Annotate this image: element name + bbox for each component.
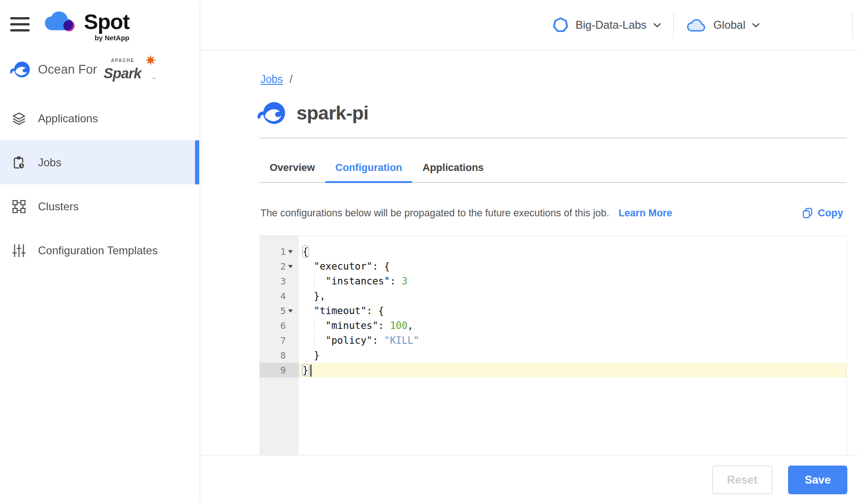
sidebar-item-configuration-templates[interactable]: Configuration Templates [0,228,199,272]
sidebar-item-applications[interactable]: Applications [0,96,199,140]
code-segment: { [302,246,309,258]
spot-logo: Spot by NetApp [44,10,129,42]
code-line[interactable]: "timeout": { [299,303,846,318]
indent-guide [314,334,315,347]
indent-guide [314,319,315,332]
chevron-down-icon [653,23,661,28]
title-divider [259,138,847,139]
spark-wordmark: Spark [104,65,141,82]
fold-placeholder [286,333,295,348]
line-number: 6 [280,320,286,331]
fold-placeholder [286,363,295,378]
gutter-line: 9 [260,363,299,378]
sidebar-item-label: Clusters [38,200,79,213]
header-divider [673,12,674,38]
spot-cloud-icon [44,10,77,32]
reset-button[interactable]: Reset [712,466,772,494]
sidebar-item-label: Jobs [38,156,62,169]
learn-more-link[interactable]: Learn More [618,208,672,219]
tab-configuration[interactable]: Configuration [325,154,412,182]
tab-applications[interactable]: Applications [412,154,494,182]
spark-trademark: ™ [152,77,156,81]
sidebar-item-label: Applications [38,112,98,125]
code-line[interactable]: "policy": "KILL" [299,333,846,348]
code-line[interactable]: { [299,244,846,259]
save-button[interactable]: Save [788,466,847,494]
gutter-line: 7 [260,333,299,348]
breadcrumb: Jobs / [260,73,292,86]
code-line[interactable]: "instances": 3 [299,274,846,289]
sliders-icon [12,243,26,258]
sidebar-item-jobs[interactable]: Jobs [0,140,199,184]
gutter-line: 5 [260,303,299,318]
tab-overview[interactable]: Overview [259,154,325,182]
ocean-wave-icon [10,60,31,79]
line-number: 3 [280,276,286,287]
code-line[interactable]: } [299,348,846,363]
line-number: 9 [280,365,286,376]
code-segment: }, [302,290,326,302]
configuration-description-row: The configurations below will be propaga… [260,203,843,223]
gutter-line: 4 [260,289,299,303]
brand-byline: by NetApp [84,34,129,42]
page-title: spark-pi [297,102,369,124]
sidebar: Spot by NetApp Ocean For APACHE Spark ™ [0,0,199,504]
editor-code[interactable]: { "executor": { "instances": 3 }, "timeo… [299,236,846,455]
code-segment: "KILL" [384,335,419,346]
copy-button[interactable]: Copy [801,207,843,219]
copy-label: Copy [818,207,843,219]
cluster-nodes-icon [12,199,26,214]
layers-icon [12,111,26,126]
configuration-description: The configurations below will be propaga… [260,208,609,219]
code-segment: } [302,364,309,376]
json-code-editor[interactable]: 123456789 { "executor": { "instances": 3… [259,235,847,455]
hamburger-menu-icon[interactable] [10,17,30,35]
breadcrumb-jobs-link[interactable]: Jobs [260,73,283,85]
indent-guide [314,275,315,288]
fold-placeholder [286,318,295,333]
code-segment: 3 [402,276,408,287]
gutter-line: 6 [260,318,299,333]
top-bar: Big-Data-Labs Global [199,0,858,50]
product-ocean-for-spark[interactable]: Ocean For APACHE Spark ™ [10,57,152,82]
org-name: Big-Data-Labs [575,19,646,32]
region-name: Global [713,19,745,32]
code-line[interactable]: "executor": { [299,259,846,274]
clipboard-clock-icon [12,155,26,170]
code-segment: , [408,320,414,331]
copy-icon [801,207,814,219]
line-number: 8 [280,350,286,361]
fold-arrow-icon[interactable] [286,244,295,259]
org-dropdown[interactable]: Big-Data-Labs [552,17,661,33]
fold-placeholder [286,348,295,363]
code-line[interactable]: } [299,363,846,378]
gutter-line: 8 [260,348,299,363]
code-segment: "executor": { [302,261,390,272]
brand-name: Spot [84,10,129,33]
header-divider [852,12,853,38]
footer-action-bar: Reset Save [199,455,858,504]
gutter-line: 1 [260,244,299,259]
sidebar-item-clusters[interactable]: Clusters [0,184,199,228]
chevron-down-icon [752,23,760,28]
spark-star-icon [145,54,157,66]
cloud-region-icon [686,17,707,33]
fold-arrow-icon[interactable] [286,303,295,318]
region-dropdown[interactable]: Global [686,17,760,33]
line-number: 5 [280,305,286,316]
sidebar-item-label: Configuration Templates [38,244,158,257]
apache-spark-logo: APACHE Spark ™ [104,57,152,82]
active-indicator-bar [195,140,199,184]
fold-placeholder [286,274,295,289]
fold-arrow-icon[interactable] [286,259,295,274]
code-line[interactable]: "minutes": 100, [299,318,846,333]
code-segment: "instances": [302,276,402,287]
product-prefix: Ocean For [38,63,97,77]
line-number: 4 [280,290,286,302]
tabs: Overview Configuration Applications [259,154,847,183]
line-number: 1 [280,246,286,257]
code-segment: } [302,350,320,361]
ocean-wave-icon [258,101,286,125]
code-line[interactable]: }, [299,289,846,303]
gutter-line: 3 [260,274,299,289]
